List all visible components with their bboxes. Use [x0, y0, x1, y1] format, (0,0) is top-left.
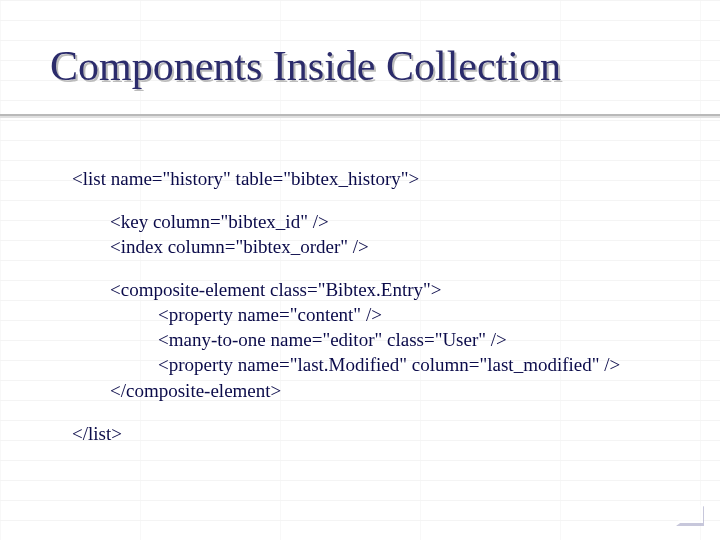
- code-line: <composite-element class="Bibtex.Entry">: [72, 277, 672, 302]
- slide-title: Components Inside Collection: [50, 44, 561, 88]
- code-line: <property name="last.Modified" column="l…: [72, 352, 672, 377]
- slide-body: <list name="history" table="bibtex_histo…: [72, 166, 672, 464]
- page-curl-icon: [676, 506, 704, 526]
- code-line: <property name="content" />: [72, 302, 672, 327]
- title-underline: [0, 114, 720, 116]
- code-line: <key column="bibtex_id" />: [72, 209, 672, 234]
- code-line: <list name="history" table="bibtex_histo…: [72, 166, 672, 191]
- code-line: <many-to-one name="editor" class="User" …: [72, 327, 672, 352]
- code-line: <index column="bibtex_order" />: [72, 234, 672, 259]
- code-line: </list>: [72, 421, 672, 446]
- code-line: </composite-element>: [72, 378, 672, 403]
- slide: Components Inside Collection <list name=…: [0, 0, 720, 540]
